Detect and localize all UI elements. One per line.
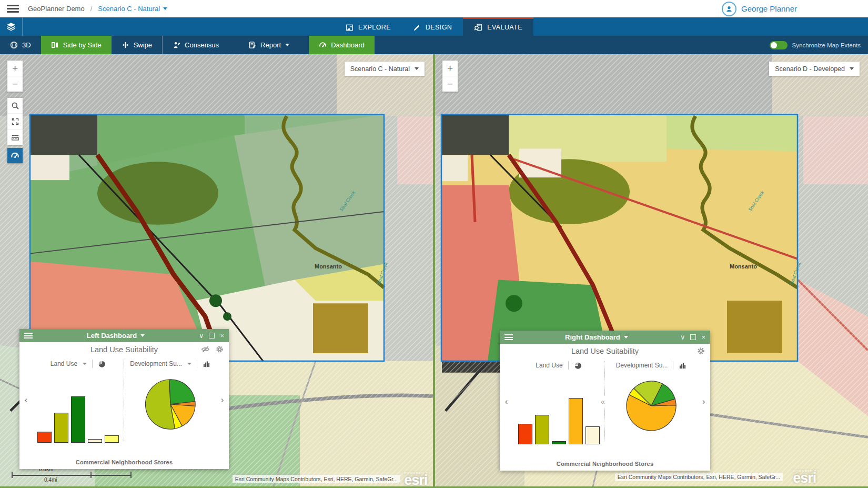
consensus-icon [173, 41, 180, 49]
development-suitability-selector[interactable]: Development Su... [130, 357, 210, 370]
left-dashboard-header: Left Dashboard ∨ × [19, 329, 229, 342]
dashboard-menu-icon[interactable] [24, 333, 33, 338]
tab-evaluate[interactable]: EVALUATE [463, 17, 533, 36]
development-suitability-chart-panel: Development Su... [125, 356, 216, 444]
tab-design-label: DESIGN [426, 24, 452, 31]
map-pane-right: Monsanto Seal Creek Seal Creek + − Scena… [435, 54, 868, 486]
sync-extents-label: Synchronize Map Extents [792, 42, 861, 48]
sync-extents-control: Synchronize Map Extents [770, 36, 861, 54]
scale-mi-label: 0.4mi [44, 477, 57, 483]
pie-chart [125, 370, 216, 444]
pie-chart-icon [574, 362, 582, 370]
scenario-selector-left[interactable]: Scenario C - Natural [345, 62, 425, 76]
carousel-next-button[interactable]: › [697, 358, 710, 445]
land-use-selector-label: Land Use [536, 362, 562, 369]
carousel-prev-button[interactable]: ‹ [19, 356, 33, 444]
gear-icon[interactable] [216, 345, 224, 353]
dashboard-toggle-button-left[interactable] [7, 148, 23, 163]
zoom-controls-left: + − [7, 61, 23, 92]
zoom-in-button[interactable]: + [442, 61, 458, 76]
gauge-icon [319, 41, 327, 49]
swipe-icon [122, 41, 129, 49]
right-dashboard-title: Right Dashboard [565, 333, 620, 341]
close-icon[interactable]: × [701, 334, 705, 341]
right-dashboard-title-dropdown[interactable]: Right Dashboard [517, 333, 676, 341]
maximize-icon[interactable] [209, 333, 215, 338]
dashboard-label: Dashboard [331, 41, 365, 49]
consensus-label: Consensus [185, 41, 219, 49]
side-by-side-icon [51, 41, 59, 49]
carousel-prev-button[interactable]: ‹ [500, 358, 513, 445]
land-use-selector-label: Land Use [51, 360, 77, 367]
bar-chart-type-button[interactable] [203, 360, 210, 368]
expand-arrows-icon [11, 117, 19, 126]
pie-chart-type-button[interactable] [574, 362, 582, 370]
measure-icon [11, 133, 19, 142]
search-icon [11, 102, 19, 110]
app-header: GeoPlanner Demo / Scenario C - Natural G… [0, 0, 868, 17]
mode-tabs: EXPLORE DESIGN EVALUATE [0, 17, 868, 36]
left-dashboard-title-dropdown[interactable]: Left Dashboard [37, 332, 195, 340]
tab-design[interactable]: DESIGN [402, 17, 463, 36]
tab-explore[interactable]: EXPLORE [335, 17, 402, 36]
bar-chart-icon [679, 362, 687, 370]
widget-title: Land Use Suitability [571, 347, 639, 355]
explore-map-icon [346, 24, 354, 32]
zoom-out-button[interactable]: − [7, 76, 23, 92]
carousel-next-button[interactable]: › [216, 356, 229, 444]
chevron-down-icon [187, 363, 191, 365]
swipe-button[interactable]: Swipe [112, 36, 162, 54]
scenario-selector-right-label: Scenario D - Developed [775, 65, 845, 73]
dashboard-button[interactable]: Dashboard [309, 36, 375, 54]
land-use-selector[interactable]: Land Use [536, 359, 581, 372]
scenario-breadcrumb-label: Scenario C - Natural [98, 5, 160, 13]
breadcrumb-separator: / [90, 5, 93, 13]
user-avatar-icon [722, 2, 736, 16]
collapse-panel-icon[interactable]: « [600, 396, 605, 407]
pie-chart-type-button[interactable] [98, 360, 106, 368]
map-label-place: Monsanto [315, 263, 342, 270]
3d-button[interactable]: 3D [0, 36, 41, 54]
report-button[interactable]: Report [238, 36, 299, 54]
land-use-selector[interactable]: Land Use [51, 357, 106, 370]
eye-off-icon[interactable] [201, 345, 210, 354]
gauge-icon [11, 151, 19, 160]
minimize-icon[interactable]: ∨ [680, 334, 685, 341]
map-label-place: Monsanto [730, 263, 757, 270]
gear-icon[interactable] [697, 347, 705, 355]
dashboard-menu-icon[interactable] [504, 334, 513, 340]
panel-divider [124, 360, 125, 441]
pencil-icon [413, 24, 421, 32]
full-extent-button[interactable] [7, 113, 23, 129]
left-dashboard-body: ‹ Land Use Development Su... [19, 356, 229, 444]
zoom-out-button[interactable]: − [442, 76, 458, 92]
app-title: GeoPlanner Demo [28, 5, 85, 13]
chart-footer-label: Commercial Neighborhood Stores [19, 459, 229, 465]
map-comparison-area: Monsanto Seal Creek Seal Creek + − Scena… [0, 54, 868, 488]
development-suitability-selector[interactable]: Development Su... [616, 359, 687, 372]
chevron-down-icon [83, 363, 87, 365]
user-menu[interactable]: George Planner [722, 2, 797, 16]
side-by-side-button[interactable]: Side by Side [41, 36, 112, 54]
esri-logo-left: POWERED BY esri [404, 472, 431, 485]
scenario-selector-right[interactable]: Scenario D - Developed [769, 62, 860, 76]
bar-chart-type-button[interactable] [679, 362, 687, 370]
development-suitability-chart-panel: Development Su... [605, 358, 697, 445]
chart-footer-label: Commercial Neighborhood Stores [500, 461, 710, 467]
maximize-icon[interactable] [690, 334, 696, 340]
measure-button[interactable] [7, 129, 23, 145]
minimize-icon[interactable]: ∨ [199, 332, 204, 339]
chevron-down-icon [140, 334, 145, 337]
sync-extents-toggle[interactable] [770, 41, 788, 49]
land-use-chart-panel: Land Use [513, 358, 604, 445]
consensus-button[interactable]: Consensus [163, 36, 229, 54]
scenario-breadcrumb-dropdown[interactable]: Scenario C - Natural [98, 5, 167, 13]
evaluate-toolbar: 3D Side by Side Swipe Consensus Report D… [0, 36, 868, 54]
zoom-in-button[interactable]: + [7, 61, 23, 76]
development-suitability-selector-label: Development Su... [130, 360, 182, 367]
chevron-down-icon [415, 67, 419, 70]
close-icon[interactable]: × [220, 332, 224, 339]
hamburger-menu-icon[interactable] [7, 5, 19, 13]
scale-bar: 0.8km 0.4mi [12, 467, 132, 483]
search-button[interactable] [7, 98, 23, 113]
